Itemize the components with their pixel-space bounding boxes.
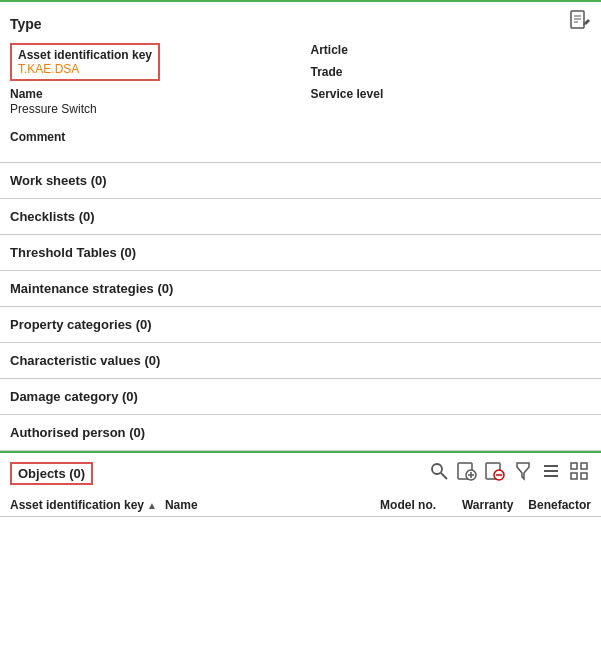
filter-icon[interactable] <box>511 459 535 488</box>
col-name[interactable]: Name <box>165 498 320 512</box>
svg-rect-17 <box>571 463 577 469</box>
service-level-label: Service level <box>311 87 592 101</box>
col-model-no[interactable]: Model no. <box>320 498 436 512</box>
asset-id-value: T.KAE.DSA <box>18 62 152 76</box>
settings-icon[interactable] <box>567 459 591 488</box>
type-title: Type <box>10 16 42 32</box>
asset-id-box: Asset identification key T.KAE.DSA <box>10 43 160 81</box>
name-value: Pressure Switch <box>10 102 291 116</box>
delete-icon[interactable] <box>483 459 507 488</box>
list-item[interactable]: Property categories (0) <box>0 307 601 343</box>
column-headers: Asset identification key ▲ Name Model no… <box>0 494 601 517</box>
svg-rect-18 <box>581 463 587 469</box>
col-asset-id-label: Asset identification key <box>10 498 144 512</box>
col-asset-id[interactable]: Asset identification key ▲ <box>10 498 165 512</box>
comment-label: Comment <box>10 130 591 154</box>
add-icon[interactable] <box>455 459 479 488</box>
list-item[interactable]: Damage category (0) <box>0 379 601 415</box>
col-warranty-label: Warranty <box>462 498 514 512</box>
svg-point-4 <box>432 464 442 474</box>
svg-line-5 <box>441 473 447 479</box>
list-item[interactable]: Checklists (0) <box>0 199 601 235</box>
col-model-label: Model no. <box>380 498 436 512</box>
svg-rect-20 <box>581 473 587 479</box>
list-item[interactable]: Maintenance strategies (0) <box>0 271 601 307</box>
list-item[interactable]: Work sheets (0) <box>0 163 601 199</box>
search-icon[interactable] <box>427 459 451 488</box>
trade-label: Trade <box>311 65 592 79</box>
sort-arrow-icon: ▲ <box>147 500 157 511</box>
svg-marker-13 <box>517 463 529 479</box>
svg-rect-19 <box>571 473 577 479</box>
col-benefactor-label: Benefactor <box>528 498 591 512</box>
name-label: Name <box>10 87 291 101</box>
type-icon <box>569 10 591 37</box>
list-item[interactable]: Characteristic values (0) <box>0 343 601 379</box>
col-benefactor[interactable]: Benefactor <box>514 498 591 512</box>
list-icon[interactable] <box>539 459 563 488</box>
list-item[interactable]: Authorised person (0) <box>0 415 601 451</box>
bottom-toolbar: Objects (0) <box>0 451 601 494</box>
col-warranty[interactable]: Warranty <box>436 498 513 512</box>
list-item[interactable]: Threshold Tables (0) <box>0 235 601 271</box>
article-label: Article <box>311 43 592 57</box>
toolbar-icons <box>427 459 591 488</box>
asset-id-label: Asset identification key <box>18 48 152 62</box>
col-name-label: Name <box>165 498 198 512</box>
list-items: Work sheets (0)Checklists (0)Threshold T… <box>0 163 601 451</box>
objects-label: Objects (0) <box>10 462 93 485</box>
